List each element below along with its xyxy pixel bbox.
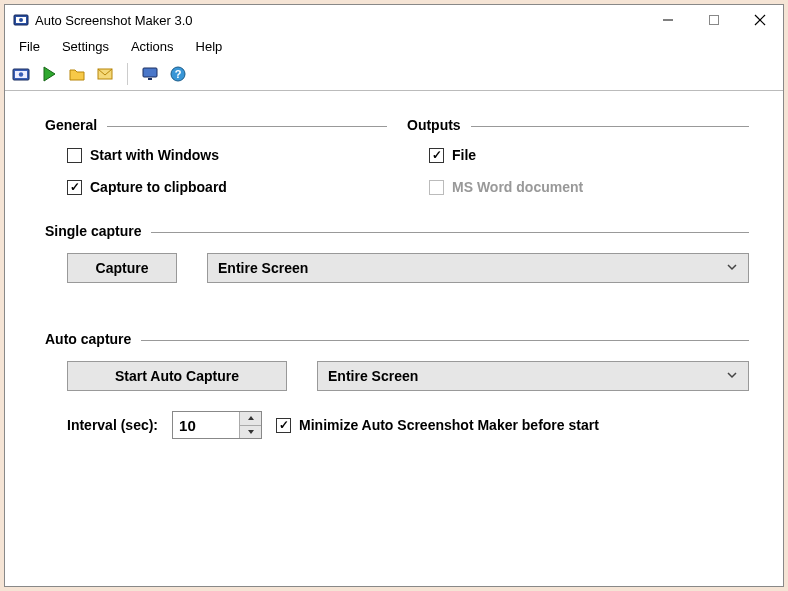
maximize-button[interactable]: [691, 5, 737, 35]
interval-spinner[interactable]: [172, 411, 262, 439]
chevron-down-icon: [726, 260, 738, 276]
monitor-icon[interactable]: [140, 64, 160, 84]
msword-output-checkbox: [429, 180, 444, 195]
folder-icon[interactable]: [67, 64, 87, 84]
start-with-windows-label: Start with Windows: [90, 147, 219, 163]
help-icon[interactable]: ?: [168, 64, 188, 84]
single-capture-section: Single capture Capture Entire Screen: [45, 223, 749, 283]
app-icon: [13, 12, 29, 28]
play-icon[interactable]: [39, 64, 59, 84]
capture-clipboard-row[interactable]: Capture to clipboard: [45, 179, 387, 195]
chevron-down-icon: [726, 368, 738, 384]
menu-settings[interactable]: Settings: [52, 37, 119, 56]
file-output-label: File: [452, 147, 476, 163]
interval-up-button[interactable]: [240, 412, 261, 426]
svg-rect-13: [148, 78, 152, 80]
start-with-windows-row[interactable]: Start with Windows: [45, 147, 387, 163]
window-controls: [645, 5, 783, 35]
svg-point-2: [19, 18, 23, 22]
msword-output-row: MS Word document: [407, 179, 749, 195]
minimize-button[interactable]: [645, 5, 691, 35]
file-output-checkbox[interactable]: [429, 148, 444, 163]
minimize-before-start-label: Minimize Auto Screenshot Maker before st…: [299, 417, 599, 433]
interval-label: Interval (sec):: [67, 417, 158, 433]
minimize-before-start-checkbox[interactable]: [276, 418, 291, 433]
svg-text:?: ?: [175, 68, 182, 80]
file-output-row[interactable]: File: [407, 147, 749, 163]
menu-actions[interactable]: Actions: [121, 37, 184, 56]
auto-capture-target-value: Entire Screen: [328, 368, 418, 384]
content-area: General Start with Windows Capture to cl…: [5, 91, 783, 586]
single-capture-legend: Single capture: [45, 223, 141, 239]
close-button[interactable]: [737, 5, 783, 35]
outputs-legend: Outputs: [407, 117, 461, 133]
general-section: General Start with Windows Capture to cl…: [45, 117, 387, 195]
auto-capture-legend: Auto capture: [45, 331, 131, 347]
svg-marker-16: [248, 416, 254, 420]
svg-rect-4: [710, 16, 719, 25]
capture-clipboard-checkbox[interactable]: [67, 180, 82, 195]
interval-down-button[interactable]: [240, 426, 261, 439]
camera-icon[interactable]: [11, 64, 31, 84]
minimize-before-start-row[interactable]: Minimize Auto Screenshot Maker before st…: [276, 417, 599, 433]
outputs-section: Outputs File MS Word document: [407, 117, 749, 195]
mail-icon[interactable]: [95, 64, 115, 84]
interval-input[interactable]: [173, 412, 239, 438]
capture-clipboard-label: Capture to clipboard: [90, 179, 227, 195]
general-legend: General: [45, 117, 97, 133]
capture-button[interactable]: Capture: [67, 253, 177, 283]
svg-marker-17: [248, 430, 254, 434]
menubar: File Settings Actions Help: [5, 35, 783, 57]
titlebar: Auto Screenshot Maker 3.0: [5, 5, 783, 35]
toolbar: ?: [5, 57, 783, 91]
toolbar-separator: [127, 63, 128, 85]
auto-capture-target-select[interactable]: Entire Screen: [317, 361, 749, 391]
menu-file[interactable]: File: [9, 37, 50, 56]
msword-output-label: MS Word document: [452, 179, 583, 195]
single-capture-target-select[interactable]: Entire Screen: [207, 253, 749, 283]
svg-marker-10: [44, 67, 55, 81]
svg-rect-12: [143, 68, 157, 77]
svg-point-9: [19, 72, 23, 76]
start-auto-capture-button[interactable]: Start Auto Capture: [67, 361, 287, 391]
menu-help[interactable]: Help: [186, 37, 233, 56]
single-capture-target-value: Entire Screen: [218, 260, 308, 276]
start-with-windows-checkbox[interactable]: [67, 148, 82, 163]
app-window: Auto Screenshot Maker 3.0 File Settings …: [4, 4, 784, 587]
auto-capture-section: Auto capture Start Auto Capture Entire S…: [45, 331, 749, 439]
window-title: Auto Screenshot Maker 3.0: [35, 13, 645, 28]
